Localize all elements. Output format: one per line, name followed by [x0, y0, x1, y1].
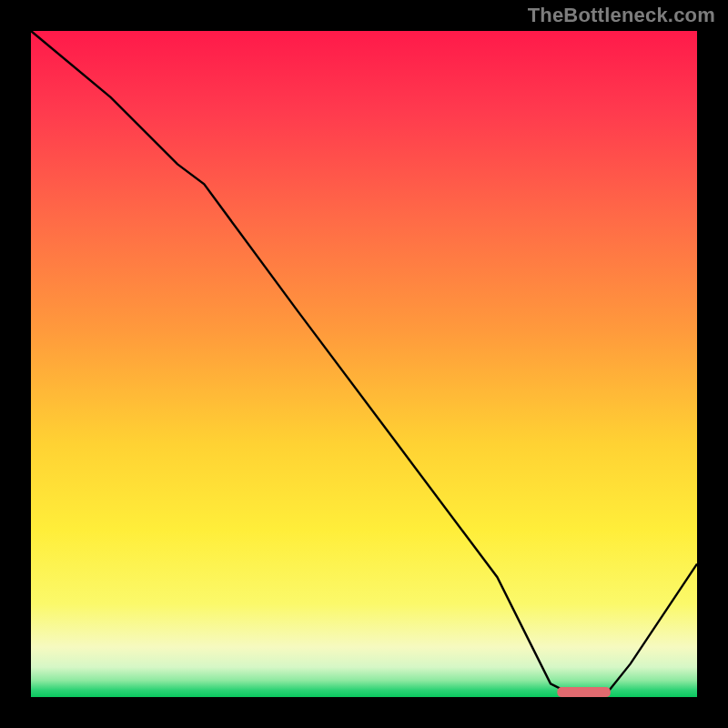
watermark-text: TheBottleneck.com	[528, 4, 715, 27]
chart-frame: TheBottleneck.com	[0, 0, 728, 728]
optimal-range-marker	[557, 687, 611, 697]
plot-background	[31, 31, 697, 697]
bottleneck-chart	[0, 0, 728, 728]
